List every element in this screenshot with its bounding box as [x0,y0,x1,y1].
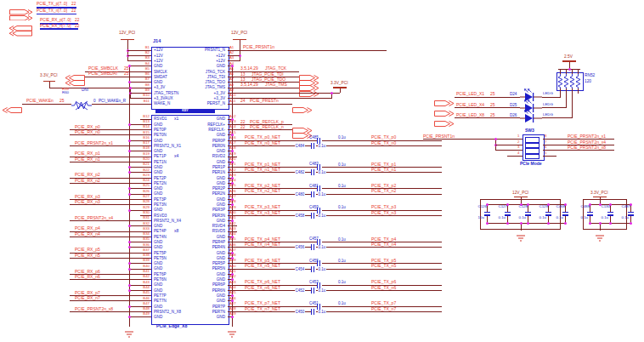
cap-ref: C458 [295,214,305,218]
pin-name: PER0N [170,144,225,148]
wire [542,107,567,108]
capacitor-icon [628,212,634,213]
resistor-icon [575,74,581,88]
pin-number: B21 [131,162,150,167]
pin-name: PET5P [154,251,167,255]
led-part: LEDG [543,103,553,107]
pin-name: JTAG_TDO [170,80,225,84]
cap-ref: C487 [622,205,631,209]
capacitor-icon [319,282,320,288]
pin-name: PER3N [170,214,225,218]
net-label: JTAG_TMS [265,83,287,88]
pin-name: GND [154,186,162,191]
offpage-arrow-right-icon [9,3,33,9]
capacitor-icon [505,212,511,213]
wire [495,145,523,145]
power-label: 12V_PCI [231,31,247,35]
switch-ref: SW3 [525,128,534,134]
bus-net-label: PCIE_RX_p[7..0] [40,18,71,22]
capacitor-icon [311,169,312,175]
capacitor-icon [562,212,568,213]
page-ref: 22 [71,9,76,13]
pin-number: A32 [229,222,236,226]
junction-dot [589,222,591,225]
cap-ref: C456 [295,245,305,249]
cap-ref: C453 [309,280,319,284]
led-ref: D24 [510,92,517,96]
offpage-arrow-left-icon [2,101,22,107]
net-label: PCIE_TX_n4_NET [245,242,280,248]
bus-net-label: PCIE_RX_n[7..0] [40,24,71,28]
capacitor-icon [319,208,320,214]
capacitor-icon [311,309,312,315]
cap-value: 0.1u [499,216,506,220]
net-label: PCIE_RX_n0 [75,130,100,135]
pin-name: PET2P [154,176,167,180]
pin-name: GND [170,181,225,185]
capacitor-icon [319,164,320,170]
wire [127,60,151,61]
pin-name: PERST_N [170,101,225,105]
cap-value: 0.1u [318,310,326,314]
pin-number: A37 [229,248,236,253]
capacitor-icon [314,288,314,294]
pin-number: A49 [229,312,236,316]
cap-ref: C451 [309,301,319,305]
page-ref: 25 [59,99,65,104]
offpage-arrow-right-icon [292,101,313,107]
pin-number: B4 [131,62,150,66]
cap-value: 0.1u [318,214,326,218]
pin-number: B36 [131,243,150,248]
net-label: PCIE_TX_n2_NET [245,189,280,194]
pin-number: B47 [131,302,150,306]
net-label: PCIE_TX_n5_NET [245,264,280,269]
pin-name: PER0P [170,139,225,143]
wire [228,60,240,61]
capacitor-icon [314,266,314,272]
cap-value: 0.1u [519,216,527,220]
capacitor-icon [587,212,593,213]
cap-ref: C457 [309,237,319,241]
capacitor-icon [319,304,320,310]
page-ref: 25 [124,71,129,77]
net-label: PCIE_RX_n2 [75,179,100,184]
pin-number: B49 [131,312,150,316]
net-label: PCIE_TX_n1_NET [245,168,280,173]
wire [542,117,573,118]
pin-number: B40 [131,265,150,269]
page-ref: 25 [490,113,495,118]
cap-ref: C130 [602,205,611,209]
dni-note: DNI [82,88,88,92]
cap-value: 0.1u [338,259,346,263]
bus-net-label: PCIE_TX_n[7..0] [37,9,67,13]
gnd-bus [129,66,130,327]
capacitor-icon [311,288,312,294]
wire [507,156,523,157]
cap-ref: C481 [309,184,319,188]
pin-name: PET1N [154,160,167,164]
cap-ref: C485 [309,135,319,140]
capacitor-icon [484,212,490,213]
pin-number: A31 [229,216,236,220]
power-label: 3.3V_PCI [590,191,608,195]
pin-name: PER1N [170,170,225,174]
pin-name: GND [154,123,162,127]
page-ref: 24 [240,99,246,104]
offpage-arrow-right-icon [9,9,33,14]
pin-name: PET6P [154,272,167,276]
bus-wire [37,14,76,15]
switch-segment [525,148,539,153]
ground-icon [595,231,605,238]
pin-number: A27 [229,195,236,199]
cap-value: 0.1u [318,288,326,293]
wire [92,104,151,105]
offpage-arrow-left-icon [65,74,85,80]
power-label: 12V_PCI [119,31,135,35]
wire [130,93,151,94]
pin-number: A33 [229,227,236,231]
resistor-icon [563,74,569,88]
switch-segment [525,137,539,142]
offpage-arrow-right-icon [434,94,455,100]
pin-number: B25 [131,184,150,188]
cap-value: 0.1u [581,216,589,220]
